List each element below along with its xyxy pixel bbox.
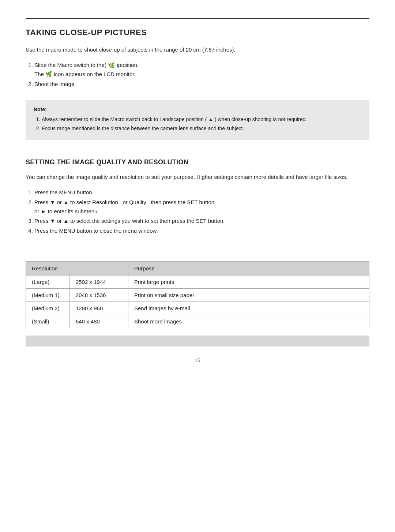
top-divider bbox=[26, 18, 369, 19]
macro-icon-2: 🌿 bbox=[45, 71, 52, 77]
section-close-up: TAKING CLOSE-UP PICTURES Use the macro m… bbox=[26, 28, 369, 140]
res-large: 2592 x 1944 bbox=[70, 275, 128, 288]
table-body: (Large) 2592 x 1944 Print large prints (… bbox=[26, 275, 369, 328]
section1-title: TAKING CLOSE-UP PICTURES bbox=[26, 28, 369, 37]
header-purpose: Purpose bbox=[128, 261, 369, 275]
label-medium2: (Medium 2) bbox=[26, 301, 70, 315]
section2-step1-text: Press the MENU button. bbox=[34, 189, 94, 195]
header-resolution: Resolution bbox=[26, 261, 128, 275]
section2-title: SETTING THE IMAGE QUALITY AND RESOLUTION bbox=[26, 158, 369, 166]
note-item-1: Always remember to slide the Macro switc… bbox=[42, 115, 361, 124]
spacer1 bbox=[26, 239, 369, 258]
table-row: (Medium 1) 2048 x 1536 Print on small si… bbox=[26, 288, 369, 301]
purpose-large: Print large prints bbox=[128, 275, 369, 288]
label-small: (Small) bbox=[26, 315, 70, 328]
note-box: Note: Always remember to slide the Macro… bbox=[26, 100, 369, 140]
step1-sub: The 🌿 icon appears on the LCD monitor. bbox=[34, 71, 136, 77]
page-container: TAKING CLOSE-UP PICTURES Use the macro m… bbox=[0, 0, 395, 532]
section2-step-2: Press ▼ or ▲ to select Resolution or Qua… bbox=[34, 198, 369, 216]
table-row: (Small) 640 x 480 Shoot more images bbox=[26, 315, 369, 328]
footer-bar bbox=[26, 336, 369, 346]
section2-step-4: Press the MENU button to close the menu … bbox=[34, 226, 369, 236]
section2-step3-text: Press ▼ or ▲ to select the settings you … bbox=[34, 218, 225, 224]
res-medium2: 1280 x 960 bbox=[70, 301, 128, 315]
resolution-table: Resolution Purpose (Large) 2592 x 1944 P… bbox=[26, 261, 369, 328]
page-number: 15 bbox=[26, 357, 369, 363]
section2-steps: Press the MENU button. Press ▼ or ▲ to s… bbox=[26, 188, 369, 236]
purpose-small: Shoot more images bbox=[128, 315, 369, 328]
step1-text-after: )position. bbox=[116, 62, 139, 68]
note-list: Always remember to slide the Macro switc… bbox=[34, 115, 361, 133]
macro-icon: 🌿 bbox=[108, 61, 115, 70]
purpose-medium1: Print on small size paper bbox=[128, 288, 369, 301]
label-medium1: (Medium 1) bbox=[26, 288, 70, 301]
purpose-medium2: Send images by e-mail bbox=[128, 301, 369, 315]
section-image-quality: SETTING THE IMAGE QUALITY AND RESOLUTION… bbox=[26, 158, 369, 363]
table-header: Resolution Purpose bbox=[26, 261, 369, 275]
res-small: 640 x 480 bbox=[70, 315, 128, 328]
step2-text: Shoot the image. bbox=[34, 81, 76, 87]
section2-step-1: Press the MENU button. bbox=[34, 188, 369, 197]
table-row: (Medium 2) 1280 x 960 Send images by e-m… bbox=[26, 301, 369, 315]
step-2: Shoot the image. bbox=[34, 80, 369, 89]
note-item-2: Focus range mentioned is the distance be… bbox=[42, 124, 361, 133]
step-1: Slide the Macro switch to the( 🌿 )positi… bbox=[34, 61, 369, 79]
section2-step2-text: Press ▼ or ▲ to select Resolution or Qua… bbox=[34, 199, 214, 214]
note-label: Note: bbox=[34, 106, 361, 112]
section2-intro: You can change the image quality and res… bbox=[26, 173, 369, 181]
res-medium1: 2048 x 1536 bbox=[70, 288, 128, 301]
section2-step-3: Press ▼ or ▲ to select the settings you … bbox=[34, 217, 369, 226]
table-row: (Large) 2592 x 1944 Print large prints bbox=[26, 275, 369, 288]
section1-steps: Slide the Macro switch to the( 🌿 )positi… bbox=[26, 61, 369, 89]
section2-step4-text: Press the MENU button to close the menu … bbox=[34, 228, 158, 234]
label-large: (Large) bbox=[26, 275, 70, 288]
resolution-table-container: Resolution Purpose (Large) 2592 x 1944 P… bbox=[26, 261, 369, 328]
step1-text-before: Slide the Macro switch to the( bbox=[34, 62, 106, 68]
section1-intro: Use the macro mode to shoot close-up of … bbox=[26, 45, 369, 54]
